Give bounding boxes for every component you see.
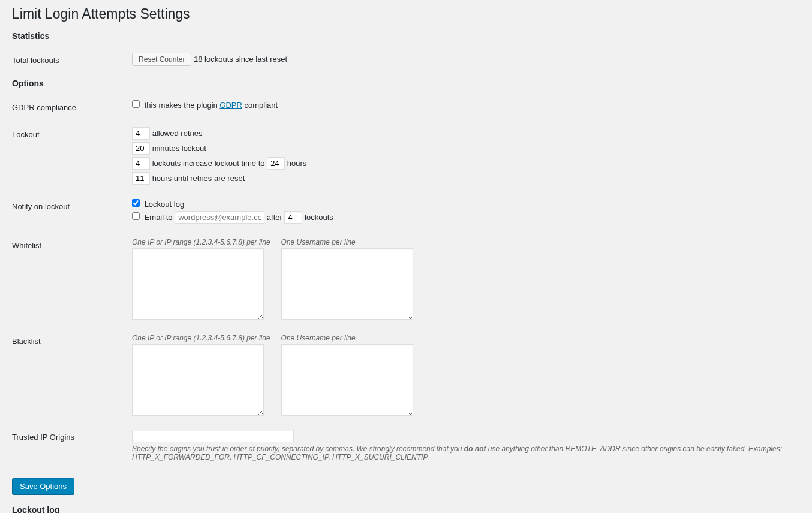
- trusted-ip-input[interactable]: [132, 430, 294, 442]
- blacklist-user-hint: One Username per line: [281, 334, 413, 342]
- lockouts-increase-hours-input[interactable]: [267, 157, 285, 170]
- minutes-lockout-label: minutes lockout: [152, 144, 206, 153]
- lockouts-increase-input[interactable]: [132, 157, 150, 170]
- allowed-retries-input[interactable]: [132, 127, 150, 140]
- label-whitelist: Whitelist: [12, 232, 132, 328]
- gdpr-text-suffix: compliant: [242, 101, 278, 110]
- hours-reset-label: hours until retries are reset: [152, 174, 245, 183]
- lockouts-since-reset: 18 lockouts since last reset: [194, 55, 287, 64]
- lockouts-label: lockouts: [305, 213, 333, 222]
- blacklist-user-textarea[interactable]: [281, 344, 413, 416]
- whitelist-ip-textarea[interactable]: [132, 248, 264, 320]
- save-options-button[interactable]: Save Options: [12, 478, 74, 494]
- whitelist-user-hint: One Username per line: [281, 238, 413, 246]
- after-count-input[interactable]: [284, 211, 302, 224]
- page-title: Limit Login Attempts Settings: [12, 6, 800, 22]
- reset-counter-button[interactable]: Reset Counter: [132, 53, 191, 66]
- label-trusted-ip: Trusted IP Origins: [12, 424, 132, 467]
- whitelist-ip-hint: One IP or IP range (1.2.3.4-5.6.7.8) per…: [132, 238, 270, 246]
- gdpr-link[interactable]: GDPR: [219, 101, 242, 110]
- section-statistics: Statistics: [12, 31, 800, 41]
- after-label: after: [267, 213, 282, 222]
- gdpr-checkbox[interactable]: [132, 100, 140, 108]
- label-notify: Notify on lockout: [12, 193, 132, 232]
- blacklist-ip-textarea[interactable]: [132, 344, 264, 416]
- label-gdpr: GDPR compliance: [12, 94, 132, 121]
- section-lockout-log: Lockout log: [12, 505, 800, 513]
- lockout-log-label: Lockout log: [145, 200, 185, 209]
- email-checkbox[interactable]: [132, 212, 140, 220]
- trusted-ip-help: Specify the origins you trust in order o…: [132, 445, 794, 461]
- minutes-lockout-input[interactable]: [132, 142, 150, 155]
- email-input[interactable]: [175, 211, 264, 224]
- section-options: Options: [12, 79, 800, 88]
- label-total-lockouts: Total lockouts: [12, 47, 132, 74]
- allowed-retries-label: allowed retries: [152, 129, 203, 138]
- hours-reset-input[interactable]: [132, 172, 150, 185]
- hours-label: hours: [287, 159, 307, 168]
- gdpr-text-prefix: this makes the plugin: [145, 101, 220, 110]
- lockout-log-checkbox[interactable]: [132, 199, 140, 207]
- label-lockout: Lockout: [12, 121, 132, 193]
- blacklist-ip-hint: One IP or IP range (1.2.3.4-5.6.7.8) per…: [132, 334, 270, 342]
- lockouts-increase-label: lockouts increase lockout time to: [152, 159, 265, 168]
- email-to-label: Email to: [145, 213, 173, 222]
- whitelist-user-textarea[interactable]: [281, 248, 413, 320]
- label-blacklist: Blacklist: [12, 328, 132, 424]
